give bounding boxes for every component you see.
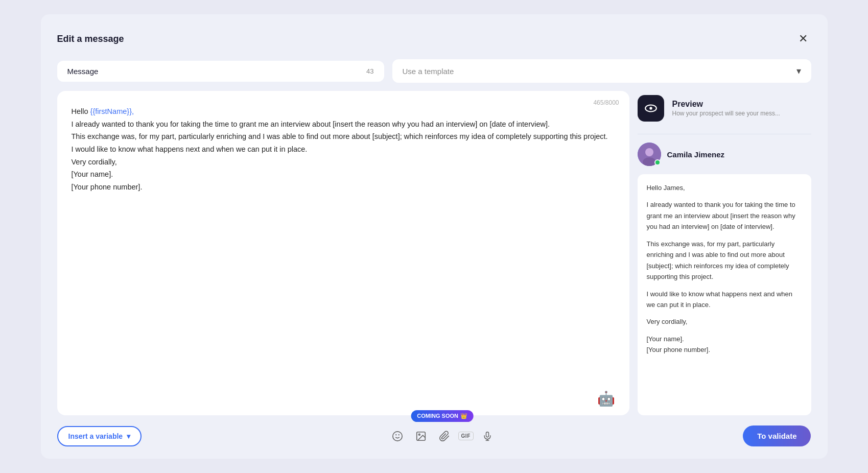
image-button[interactable]: [411, 427, 431, 446]
edit-message-modal: Edit a message ✕ Message 43 Use a templa…: [41, 14, 828, 459]
close-button[interactable]: ✕: [795, 31, 811, 47]
svg-point-5: [392, 431, 402, 440]
message-tab-count: 43: [366, 67, 373, 75]
template-dropdown-label: Use a template: [403, 67, 454, 76]
preview-line1: I already wanted to thank you for taking…: [647, 199, 802, 232]
preview-bubble: Hello James, I already wanted to thank y…: [638, 174, 811, 415]
insert-variable-label: Insert a variable: [68, 432, 123, 440]
editor-line5: [Your name]. [Your phone number].: [72, 168, 615, 193]
top-bar: Message 43 Use a template ▾: [57, 59, 811, 83]
preview-line4: Very cordially,: [647, 316, 802, 327]
preview-panel: Preview How your prospect will see your …: [638, 91, 811, 415]
preview-subtitle: How your prospect will see your mess...: [672, 110, 780, 117]
editor-line3: I would like to know what happens next a…: [72, 143, 615, 156]
editor-line4: Very cordially,: [72, 156, 615, 169]
contact-name: Camila Jimenez: [667, 150, 725, 159]
preview-icon: [638, 95, 664, 122]
coming-soon-label: COMING SOON: [417, 413, 458, 419]
mic-button[interactable]: [478, 427, 497, 446]
bottom-bar: Insert a variable ▾ COMING SOON 👑: [57, 415, 811, 446]
insert-variable-chevron: ▾: [127, 432, 130, 440]
attachment-button[interactable]: [435, 427, 454, 446]
preview-greeting: Hello James,: [647, 182, 802, 193]
svg-point-9: [418, 434, 420, 435]
editor-line1: I already wanted to thank you for taking…: [72, 118, 615, 131]
char-count: 465/8000: [593, 99, 619, 106]
toolbar-icons: COMING SOON 👑: [388, 427, 497, 446]
coming-soon-badge: COMING SOON 👑: [411, 410, 474, 422]
editor-line2: This exchange was, for my part, particul…: [72, 130, 615, 143]
message-tab-label: Message: [67, 67, 99, 76]
preview-header: Preview How your prospect will see your …: [638, 91, 811, 126]
template-dropdown[interactable]: Use a template ▾: [392, 59, 811, 83]
editor-footer: 🤖: [72, 386, 615, 407]
contact-row: Camila Jimenez: [638, 143, 811, 166]
preview-line2: This exchange was, for my part, particul…: [647, 239, 802, 282]
preview-title: Preview: [672, 100, 780, 109]
main-area: 465/8000 Hello {{firstName}}, I already …: [57, 91, 811, 415]
emoji-button[interactable]: [388, 427, 407, 446]
insert-variable-button[interactable]: Insert a variable ▾: [57, 426, 142, 446]
chevron-down-icon: ▾: [796, 65, 801, 77]
preview-line3: I would like to know what happens next a…: [647, 289, 802, 311]
crown-icon: 👑: [460, 413, 467, 419]
svg-point-1: [649, 107, 652, 109]
modal-title: Edit a message: [57, 34, 124, 44]
gif-button[interactable]: GIF: [458, 432, 474, 440]
preview-line5: [Your name].[Your phone number].: [647, 334, 802, 356]
editor-content[interactable]: Hello {{firstName}}, I already wanted to…: [72, 105, 615, 386]
editor-area[interactable]: 465/8000 Hello {{firstName}}, I already …: [57, 91, 629, 415]
online-indicator: [654, 159, 661, 165]
editor-greeting-line: Hello {{firstName}},: [72, 105, 615, 118]
svg-point-3: [645, 148, 653, 156]
message-tab[interactable]: Message 43: [57, 61, 384, 82]
avatar-wrap: [638, 143, 661, 166]
divider: [638, 134, 811, 134]
preview-title-group: Preview How your prospect will see your …: [672, 100, 780, 117]
validate-button[interactable]: To validate: [743, 425, 811, 446]
firstname-variable: {{firstName}},: [90, 107, 134, 115]
ai-button[interactable]: 🤖: [597, 390, 615, 407]
svg-rect-10: [486, 432, 488, 437]
modal-header: Edit a message ✕: [57, 31, 811, 47]
